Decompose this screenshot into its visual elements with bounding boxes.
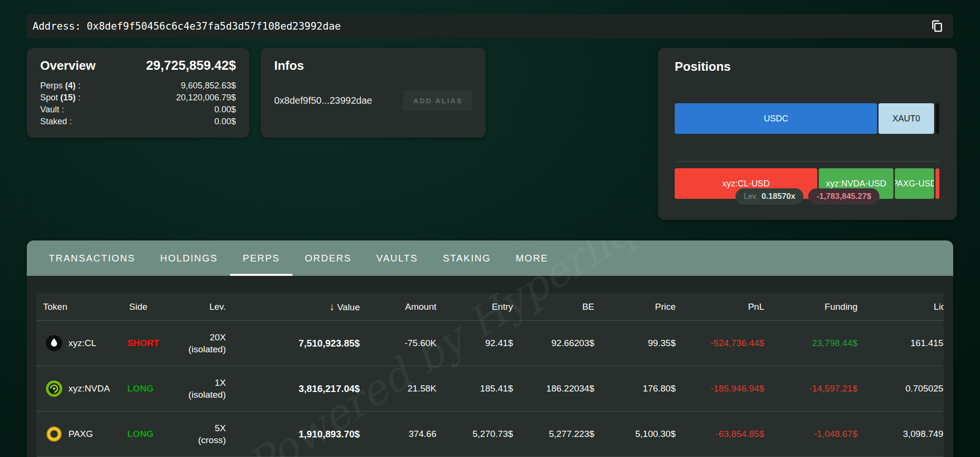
- paxg-icon: [46, 426, 62, 442]
- overview-row-label: Perps(4):: [40, 80, 80, 92]
- table-row[interactable]: xyz:CLSHORT20X(isolated)7,510,923.85$-75…: [36, 321, 944, 366]
- overview-row-count: (4): [65, 80, 76, 92]
- col-header-funding[interactable]: Funding: [771, 302, 864, 312]
- table-row[interactable]: xyz:NVDALONG1X(isolated)3,816,217.04$21.…: [36, 366, 944, 412]
- sort-desc-icon: ↓: [329, 301, 334, 313]
- cell-entry: 92.41$: [443, 338, 520, 348]
- tab-holdings[interactable]: HOLDINGS: [148, 240, 230, 276]
- overview-row-count: (15): [60, 92, 76, 104]
- leverage-value: 5X: [187, 422, 226, 434]
- cell-funding: 23,798.44$: [771, 338, 864, 348]
- overview-card: Overview 29,725,859.42$ Perps(4):9,605,8…: [27, 48, 249, 138]
- oil-drop-icon: [46, 335, 62, 351]
- cell-entry: 5,270.73$: [443, 429, 520, 439]
- overview-row-label: Vault:: [40, 104, 64, 116]
- col-header-liq[interactable]: Liq.: [864, 302, 944, 312]
- overview-row-value: 20,120,006.79$: [176, 92, 236, 104]
- table-row[interactable]: PAXGLONG5X(cross)1,910,893.70$374.665,27…: [36, 412, 944, 457]
- col-header-lev[interactable]: Lev.: [180, 302, 233, 312]
- page: { "address_bar": { "prefix": "Address:",…: [0, 0, 980, 457]
- margin-mode: (cross): [187, 434, 226, 446]
- positions-title: Positions: [675, 59, 939, 74]
- col-header-price[interactable]: Price: [601, 302, 682, 312]
- add-alias-button[interactable]: ADD ALIAS: [403, 90, 472, 111]
- col-header-label: BE: [582, 302, 594, 312]
- cell-pnl: -185,946.94$: [682, 383, 771, 394]
- overview-row-label: Staked:: [40, 116, 72, 128]
- leverage-badge: Lev. 0.18570x: [735, 188, 803, 205]
- cell-price: 5,100.30$: [601, 429, 682, 439]
- cell-value: 3,816,217.04$: [233, 383, 367, 394]
- margin-mode: (isolated): [187, 343, 226, 355]
- cell-value: 7,510,923.85$: [233, 338, 367, 349]
- cell-liq: 161.415$: [864, 338, 944, 348]
- cell-funding: -1,048.67$: [771, 429, 864, 439]
- overview-total-value: 29,725,859.42$: [146, 58, 236, 73]
- col-header-label: Amount: [405, 302, 436, 312]
- positions-divider: [675, 161, 939, 162]
- cell-amount: 21.58K: [367, 383, 443, 394]
- cell-entry: 185.41$: [443, 383, 520, 394]
- position-segment-xaut0[interactable]: XAUT0: [879, 103, 934, 134]
- tab-perps[interactable]: PERPS: [230, 240, 292, 276]
- cell-amount: 374.66: [367, 429, 443, 439]
- cell-price: 176.80$: [601, 383, 682, 394]
- cell-value: 1,910,893.70$: [233, 429, 367, 440]
- overview-row: Perps(4):9,605,852.63$: [40, 80, 236, 92]
- col-header-token[interactable]: Token: [36, 302, 122, 312]
- col-header-label: Price: [655, 302, 676, 312]
- overview-row: Vault:0.00$: [40, 104, 236, 116]
- overview-row-name: Perps: [40, 80, 63, 92]
- overview-row: Spot(15):20,120,006.79$: [40, 92, 236, 104]
- cell-price: 99.35$: [601, 338, 682, 348]
- tab-more[interactable]: MORE: [503, 240, 561, 276]
- position-segment-usdc[interactable]: USDC: [675, 103, 877, 134]
- cell-be: 92.66203$: [520, 338, 601, 348]
- cell-leverage: 5X(cross): [180, 422, 233, 446]
- col-header-label: PnL: [748, 302, 764, 312]
- overview-row-name: Vault: [40, 104, 59, 116]
- position-segment-label: XAUT0: [892, 114, 920, 124]
- cell-liq: 0.705025$: [864, 383, 944, 394]
- positions-card: Positions USDCXAUT0 xyz:CL-USDxyz:NVDA-U…: [658, 48, 957, 220]
- perps-table-wrap: TokenSideLev.↓ValueAmountEntryBEPricePnL…: [36, 293, 944, 457]
- cell-side: LONG: [122, 429, 180, 439]
- tab-staking[interactable]: STAKING: [430, 240, 503, 276]
- col-header-label: Funding: [824, 302, 858, 312]
- position-segment[interactable]: [935, 103, 939, 134]
- leverage-value: 0.18570x: [761, 192, 795, 201]
- col-header-entry[interactable]: Entry: [443, 302, 520, 312]
- tab-transactions[interactable]: TRANSACTIONS: [36, 240, 148, 276]
- spot-positions-bar: USDCXAUT0: [675, 103, 939, 134]
- col-header-pnl[interactable]: PnL: [682, 302, 771, 312]
- infos-card: Infos 0x8def9f50...23992dae ADD ALIAS: [261, 48, 486, 138]
- overview-row-name: Spot: [40, 92, 58, 104]
- cell-funding: -14,597.21$: [771, 383, 864, 394]
- col-header-label: Entry: [492, 302, 513, 312]
- copy-icon: [930, 19, 944, 34]
- overview-rows: Perps(4):9,605,852.63$Spot(15):20,120,00…: [40, 80, 236, 128]
- tab-orders[interactable]: ORDERS: [292, 240, 364, 276]
- tab-vaults[interactable]: VAULTS: [364, 240, 431, 276]
- perps-table: TokenSideLev.↓ValueAmountEntryBEPricePnL…: [36, 293, 944, 457]
- tab-bar: TRANSACTIONSHOLDINGSPERPSORDERSVAULTSSTA…: [27, 240, 953, 276]
- overview-row-value: 0.00$: [214, 116, 236, 128]
- col-header-label: Token: [43, 302, 67, 312]
- col-header-amount[interactable]: Amount: [367, 302, 443, 312]
- cell-pnl: -524,736.44$: [682, 338, 771, 348]
- main-panel: TRANSACTIONSHOLDINGSPERPSORDERSVAULTSSTA…: [27, 240, 953, 457]
- col-header-be[interactable]: BE: [520, 302, 601, 312]
- table-header-row: TokenSideLev.↓ValueAmountEntryBEPricePnL…: [36, 293, 944, 321]
- address-label: Address:: [33, 21, 81, 32]
- cell-token: xyz:NVDA: [36, 381, 122, 397]
- overview-row-label: Spot(15):: [40, 92, 80, 104]
- col-header-value[interactable]: ↓Value: [233, 301, 367, 313]
- position-segment-label: USDC: [764, 114, 788, 124]
- cell-leverage: 1X(isolated): [180, 377, 233, 401]
- col-header-side[interactable]: Side: [122, 302, 180, 312]
- infos-title: Infos: [274, 58, 472, 73]
- cell-side: SHORT: [122, 338, 180, 348]
- overview-row-suffix: :: [69, 116, 72, 128]
- short-address: 0x8def9f50...23992dae: [274, 95, 372, 106]
- copy-address-button[interactable]: [927, 17, 947, 36]
